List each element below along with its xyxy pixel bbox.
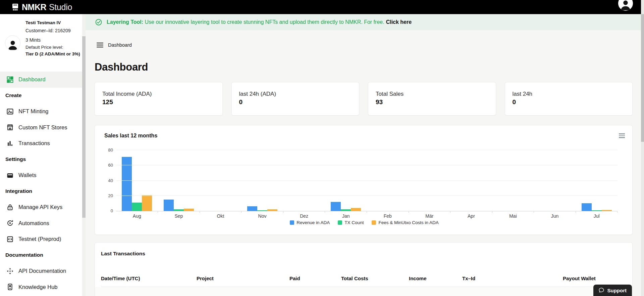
sidebar-item-label: Automations (18, 220, 49, 226)
menu-hamburger-icon[interactable] (97, 43, 103, 48)
sidebar-section-integration: Integration (0, 183, 82, 200)
bar-group (283, 150, 325, 211)
bar-group (200, 150, 241, 211)
legend-item: Revenue in ADA (290, 220, 330, 225)
wallet-icon (6, 171, 14, 179)
transactions-title: Last Transactions (101, 251, 626, 257)
column-header-total-costs: Total Costs (341, 276, 409, 281)
stat-label: last 24h (513, 91, 625, 97)
banner-text: Layering Tool: Use our innovative layeri… (107, 19, 384, 25)
stat-cards-row: Total Income (ADA) 125 last 24h (ADA) 0 … (95, 82, 633, 116)
bar (132, 203, 142, 211)
chart-title: Sales last 12 months (104, 133, 624, 139)
main-content: Layering Tool: Use our innovative layeri… (86, 14, 641, 296)
user-mints: 3 Mints (25, 37, 41, 43)
sidebar-section-create: Create (0, 88, 82, 104)
sidebar-item-custom-nft-stores[interactable]: Custom NFT Stores (0, 120, 82, 136)
sidebar-item-testnet-preprod[interactable]: Testnet (Preprod) (0, 231, 82, 247)
y-axis-tick-label: 40 (104, 178, 113, 183)
bar-group (325, 150, 367, 211)
sidebar: Testi Testman IV Customer–Id: 216209 3 M… (0, 14, 82, 296)
sidebar-item-automations[interactable]: Automations (0, 215, 82, 231)
bar (142, 195, 152, 211)
bar (164, 200, 174, 211)
x-axis-label: Jul (576, 213, 618, 219)
banner-click-here-link[interactable]: Click here (386, 19, 412, 25)
stat-label: last 24h (ADA) (239, 91, 352, 97)
legend-swatch (290, 220, 294, 225)
sidebar-item-dashboard[interactable]: Dashboard (0, 72, 82, 88)
sidebar-item-label: Custom NFT Stores (18, 124, 67, 131)
storefront-icon (6, 123, 14, 131)
person-icon (619, 0, 632, 11)
support-button[interactable]: Support (593, 285, 632, 296)
user-customer-id: Customer–Id: 216209 (25, 28, 71, 33)
sidebar-item-knowledge-hub[interactable]: Knowledge Hub (0, 279, 82, 295)
legend-swatch (338, 220, 342, 225)
table-row (95, 287, 632, 296)
image-icon (6, 108, 14, 116)
sidebar-item-label: NFT Minting (18, 108, 49, 115)
knowledge-hub-icon (6, 283, 14, 291)
sidebar-item-wallets[interactable]: Wallets (0, 167, 82, 183)
legend-label: Revenue in ADA (297, 220, 330, 225)
testnet-code-icon (6, 235, 14, 243)
sidebar-item-label: API Documentation (18, 268, 66, 274)
breadcrumb-label: Dashboard (108, 42, 132, 48)
account-avatar[interactable] (618, 0, 633, 11)
page-title: Dashboard (95, 61, 641, 73)
api-arrows-icon (6, 267, 14, 275)
x-axis-label: Nov (241, 213, 283, 219)
bar (257, 210, 267, 211)
x-axis-label: Mai (492, 213, 534, 219)
top-bar: NMKR Studio (0, 0, 641, 14)
sidebar-scrollbar[interactable] (82, 14, 86, 296)
lock-icon (6, 203, 14, 211)
sidebar-item-manage-api-keys[interactable]: Manage API Keys (0, 199, 82, 215)
window-scrollbar-thumb[interactable] (641, 14, 644, 142)
sidebar-item-label: Manage API Keys (18, 204, 62, 210)
bar-group (450, 150, 492, 211)
bar (602, 210, 612, 211)
transactions-header-row: Date/Time (UTC) Project Paid Total Costs… (101, 276, 626, 287)
last-transactions-card: Last Transactions Date/Time (UTC) Projec… (95, 242, 633, 296)
stat-value: 93 (376, 98, 488, 106)
dashboard-grid-icon (6, 76, 14, 84)
banner-title: Layering Tool: (107, 19, 143, 25)
sidebar-item-label: Dashboard (18, 76, 46, 83)
gridline (116, 180, 618, 181)
nmkr-logo[interactable]: NMKR Studio (12, 2, 72, 12)
bar-group (576, 150, 618, 211)
stat-card-last-24h: last 24h 0 (505, 82, 633, 116)
automation-cycle-icon (6, 219, 14, 227)
x-axis-label: Jun (534, 213, 576, 219)
sidebar-item-api-documentation[interactable]: API Documentation (0, 263, 82, 279)
sidebar-section-documentation: Documentation (0, 247, 82, 263)
sidebar-item-transactions[interactable]: Transactions (0, 135, 82, 152)
sidebar-section-settings: Settings (0, 152, 82, 168)
chart-menu-icon[interactable] (619, 133, 625, 138)
bar-group (116, 150, 158, 211)
stat-card-total-sales: Total Sales 93 (368, 82, 496, 116)
support-label: Support (607, 288, 627, 293)
x-axis-label: Sep (158, 213, 200, 219)
bar-group (534, 150, 576, 211)
bar (341, 209, 351, 211)
y-axis-tick-label: 0 (104, 208, 113, 213)
window-scrollbar[interactable] (641, 0, 644, 296)
bar-group (158, 150, 200, 211)
bar-group (241, 150, 283, 211)
user-avatar (5, 35, 20, 51)
legend-swatch (372, 220, 376, 225)
banner-message: Use our innovative layering tool to crea… (145, 19, 384, 25)
bar (351, 208, 361, 211)
stat-label: Total Sales (376, 91, 488, 97)
chart-bars (116, 150, 618, 211)
user-price-level: Tier D (2 ADA/Mint or 3%) (25, 51, 80, 56)
sidebar-item-label: Testnet (Preprod) (18, 236, 61, 242)
person-icon (6, 38, 19, 50)
sidebar-scrollbar-thumb[interactable] (82, 36, 86, 218)
legend-item: Fees & MinUtxo Costs in ADA (372, 220, 438, 225)
sidebar-item-nft-minting[interactable]: NFT Minting (0, 103, 82, 120)
chart-plot: 020406080 (116, 150, 618, 211)
